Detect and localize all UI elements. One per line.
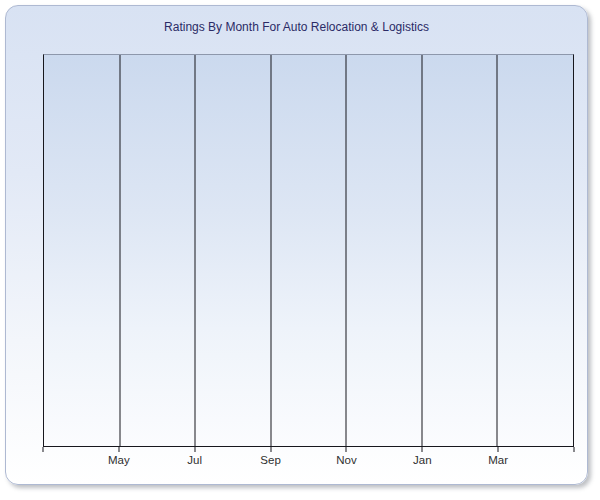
gridline: [195, 55, 196, 446]
gridline: [270, 55, 271, 446]
x-axis-tick: [43, 447, 44, 452]
x-axis-tick: [498, 447, 499, 452]
gridline: [119, 55, 120, 446]
x-axis-ticks: [43, 447, 574, 453]
plot-area: [43, 54, 574, 447]
x-axis-label: Jan: [413, 454, 432, 466]
x-axis-label: Nov: [336, 454, 356, 466]
chart-title: Ratings By Month For Auto Relocation & L…: [6, 20, 587, 34]
gridline: [497, 55, 498, 446]
x-axis-tick: [346, 447, 347, 452]
gridline: [421, 55, 422, 446]
x-axis-label: May: [108, 454, 130, 466]
x-axis-tick: [574, 447, 575, 452]
x-axis-label: Mar: [488, 454, 508, 466]
screen: Ratings By Month For Auto Relocation & L…: [0, 0, 600, 500]
x-axis-label: Sep: [260, 454, 280, 466]
gridline: [346, 55, 347, 446]
x-axis-label: Jul: [187, 454, 202, 466]
x-axis-tick: [118, 447, 119, 452]
x-axis-labels: MayJulSepNovJanMar: [43, 454, 574, 470]
chart-panel: Ratings By Month For Auto Relocation & L…: [5, 5, 588, 485]
x-axis-tick: [194, 447, 195, 452]
x-axis-tick: [270, 447, 271, 452]
x-axis-tick: [422, 447, 423, 452]
